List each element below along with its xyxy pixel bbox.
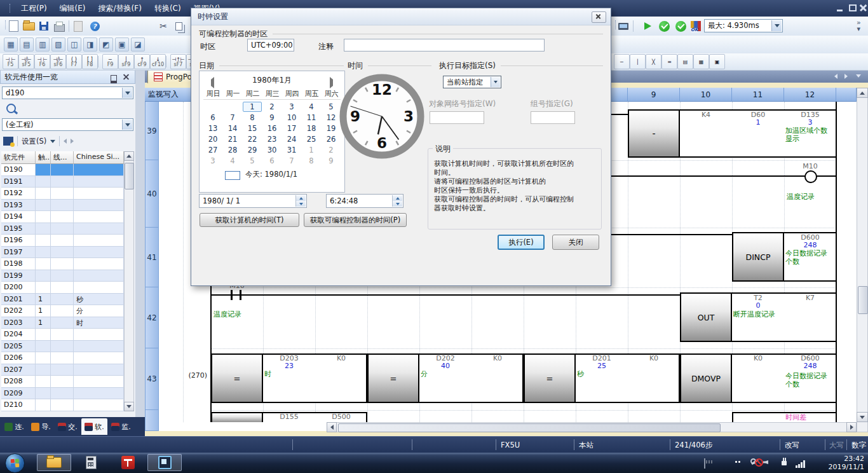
dock-tab-导[interactable]: 导.	[28, 418, 54, 435]
table-row[interactable]	[51, 399, 74, 411]
table-row[interactable]	[36, 388, 51, 400]
calendar-day[interactable]: 10	[282, 113, 301, 123]
ladder-vscrollbar[interactable]	[857, 88, 868, 432]
calendar-day[interactable]: 28	[223, 145, 242, 155]
compare-instruction[interactable]: =	[212, 355, 263, 402]
table-row[interactable]: 1	[36, 317, 51, 329]
table-row[interactable]	[74, 376, 124, 388]
table-row[interactable]: D192	[1, 188, 36, 200]
table-row[interactable]	[51, 364, 74, 376]
comment-display-icon[interactable]: ▦	[693, 54, 709, 69]
table-row[interactable]: 1	[36, 305, 51, 317]
table-row[interactable]	[74, 282, 124, 294]
table-row[interactable]: D208	[1, 376, 36, 388]
table-row[interactable]: 分	[74, 305, 124, 317]
move-instruction[interactable]: DMOVP	[681, 355, 732, 402]
operand-device[interactable]: K0	[471, 355, 524, 362]
taskbar-item-red-app[interactable]	[111, 454, 145, 471]
target-station-combo[interactable]: 当前站指定	[443, 76, 501, 88]
table-vscroll-thumb[interactable]	[125, 163, 134, 189]
table-row[interactable]	[74, 329, 124, 341]
tab-list-icon[interactable]	[854, 71, 863, 81]
draw-line-icon[interactable]: ─	[614, 54, 630, 69]
table-row[interactable]	[51, 247, 74, 259]
table-row[interactable]	[74, 352, 124, 364]
table-row[interactable]: D191	[1, 176, 36, 188]
table-row[interactable]	[36, 352, 51, 364]
comment-field[interactable]	[344, 39, 545, 51]
table-row[interactable]: D193	[1, 200, 36, 212]
table-row[interactable]	[36, 164, 51, 176]
table-row[interactable]	[36, 258, 51, 270]
dock-tab-监[interactable]: 监.	[108, 418, 134, 435]
calendar-day[interactable]: 7	[223, 113, 242, 123]
table-row[interactable]: 1	[36, 294, 51, 306]
vscroll-thumb[interactable]	[858, 286, 868, 314]
fkey-sF5[interactable]: ⊣/⊢sF5	[18, 54, 34, 69]
table-row[interactable]	[36, 270, 51, 282]
next-icon[interactable]	[71, 139, 74, 144]
close-button[interactable]	[857, 3, 868, 13]
note-icon[interactable]: ▤	[677, 54, 693, 69]
device-monitor-icon[interactable]: ▣	[115, 38, 129, 51]
table-row[interactable]	[51, 317, 74, 329]
table-row[interactable]: D209	[1, 388, 36, 400]
copy-icon[interactable]	[172, 19, 186, 33]
calendar-day[interactable]: 8	[302, 156, 321, 166]
scroll-up-icon[interactable]	[124, 151, 134, 161]
table-row[interactable]	[51, 329, 74, 341]
table-row[interactable]	[51, 188, 74, 200]
memory-dump-icon[interactable]: ◪	[131, 38, 145, 51]
table-row[interactable]: D194	[1, 211, 36, 223]
contact-symbol[interactable]	[231, 290, 233, 300]
table-row[interactable]	[51, 341, 74, 353]
fkey-F5[interactable]: ⊣ ⊢F5	[3, 54, 18, 69]
table-row[interactable]	[51, 270, 74, 282]
settings-button[interactable]: 设置(S)	[22, 137, 46, 146]
new-file-icon[interactable]	[6, 19, 20, 33]
dialog-close-icon[interactable]	[592, 11, 606, 23]
display-setting-icon[interactable]	[3, 137, 13, 146]
element-selection-icon[interactable]: ▤	[20, 38, 34, 51]
table-row[interactable]	[74, 270, 124, 282]
keyboard-icon[interactable]	[704, 458, 705, 469]
table-row[interactable]: D204	[1, 329, 36, 341]
table-row[interactable]: D206	[1, 352, 36, 364]
dock-tab-软[interactable]: 软.	[81, 418, 107, 435]
dock-tab-交[interactable]: 交.	[55, 418, 81, 435]
calendar-day[interactable]: 9	[262, 113, 281, 123]
table-row[interactable]	[51, 211, 74, 223]
table-row[interactable]	[36, 247, 51, 259]
table-row[interactable]	[36, 282, 51, 294]
operand-device[interactable]: D155	[263, 413, 315, 421]
table-row[interactable]	[74, 188, 124, 200]
calendar-day[interactable]: 22	[243, 134, 262, 144]
close-dialog-button[interactable]: 关闭	[552, 235, 599, 250]
group-no-field[interactable]	[531, 111, 575, 124]
device-comment-icon[interactable]: ▧	[51, 38, 65, 51]
draw-vline-icon[interactable]: │	[630, 54, 646, 69]
table-row[interactable]	[51, 200, 74, 212]
table-row[interactable]	[36, 341, 51, 353]
scroll-up-icon[interactable]	[857, 88, 868, 98]
table-row[interactable]	[74, 223, 124, 235]
table-row[interactable]	[51, 352, 74, 364]
contact-symbol[interactable]	[240, 290, 241, 300]
table-row[interactable]	[36, 223, 51, 235]
table-row[interactable]	[74, 200, 124, 212]
tab-scroll-left-icon[interactable]	[831, 71, 840, 81]
rung-41-instruction[interactable]: DINCP	[733, 233, 784, 280]
table-row[interactable]	[74, 399, 124, 411]
calendar-day[interactable]: 18	[302, 123, 321, 134]
start-button[interactable]	[5, 453, 25, 473]
taskbar-clock[interactable]: 23:42 2019/11/1	[810, 455, 864, 471]
table-row[interactable]: D210	[1, 399, 36, 411]
table-row[interactable]: 时	[74, 317, 124, 329]
scroll-right-icon[interactable]	[846, 422, 857, 432]
statement-icon[interactable]: ≡	[661, 54, 677, 69]
scroll-down-icon[interactable]	[857, 412, 868, 422]
table-row[interactable]	[51, 176, 74, 188]
table-row[interactable]	[51, 305, 74, 317]
operand-device[interactable]: K0	[315, 355, 367, 362]
zoom-display-icon[interactable]: ▣	[709, 54, 725, 69]
